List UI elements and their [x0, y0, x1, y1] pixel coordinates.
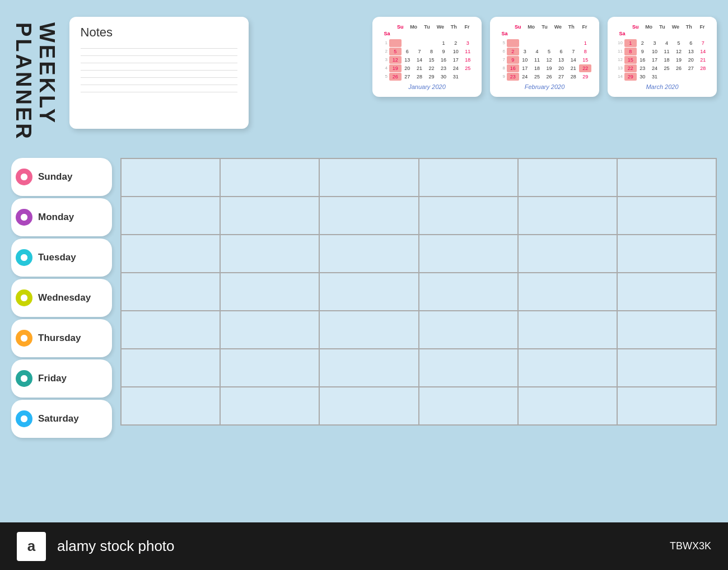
notes-line-1 [81, 48, 237, 49]
grid-cell[interactable] [617, 349, 716, 387]
grid-cell[interactable] [319, 311, 418, 349]
cal-grid-jan: 1 1 2 3 2 5 6 7 8 9 10 11 3 [380, 39, 474, 81]
grid-cell[interactable] [518, 311, 617, 349]
grid-cell[interactable] [121, 349, 220, 387]
bottom-section: Sunday Monday Tuesday Wednesday [11, 158, 717, 438]
grid-cell[interactable] [220, 387, 319, 425]
grid-cell[interactable] [518, 273, 617, 311]
friday-icon [16, 370, 32, 387]
alamy-bar: a alamy stock photo TBWX3K [0, 522, 728, 570]
weekly-planner-title: WEEKLYPLANNER [11, 17, 58, 147]
grid-cell[interactable] [121, 387, 220, 425]
notes-card: Notes [69, 17, 249, 129]
cal-header-mar: Su Mo Tu We Th Fr Sa [615, 24, 709, 37]
grid-cell[interactable] [617, 197, 716, 235]
grid-cell[interactable] [319, 158, 418, 197]
notes-line-2 [81, 55, 237, 56]
grid-cell[interactable] [220, 235, 319, 273]
monday-icon [16, 209, 32, 226]
tuesday-text: Tuesday [38, 252, 76, 263]
grid-cell[interactable] [419, 387, 518, 425]
notes-line-6 [81, 85, 237, 85]
grid-cell[interactable] [419, 158, 518, 197]
wednesday-icon [16, 289, 32, 306]
grid-cell[interactable] [319, 387, 418, 425]
grid-cell[interactable] [617, 235, 716, 273]
main-content: WEEKLYPLANNER Notes Su Mo [11, 17, 717, 514]
grid-cell[interactable] [220, 197, 319, 235]
cal-grid-feb: 5 1 6 2 3 4 5 6 7 8 7 [498, 39, 591, 81]
grid-cell[interactable] [518, 158, 617, 197]
day-label-friday[interactable]: Friday [11, 359, 112, 398]
grid-cell[interactable] [419, 311, 518, 349]
grid-cell[interactable] [220, 158, 319, 197]
grid-cell[interactable] [419, 273, 518, 311]
calendar-january: Su Mo Tu We Th Fr Sa 1 1 2 3 [372, 17, 482, 97]
grid-cell[interactable] [121, 273, 220, 311]
notes-line-3 [81, 63, 237, 63]
grid-cell[interactable] [121, 197, 220, 235]
day-label-tuesday[interactable]: Tuesday [11, 239, 112, 277]
grid-cell[interactable] [419, 235, 518, 273]
grid-cell[interactable] [518, 197, 617, 235]
header-row: WEEKLYPLANNER Notes Su Mo [11, 17, 717, 147]
cal-month-jan: January 2020 [380, 83, 474, 90]
notes-line-7 [81, 92, 237, 92]
grid-cell[interactable] [319, 273, 418, 311]
calendar-march: Su Mo Tu We Th Fr Sa 10 1 2 3 4 5 6 7 [608, 17, 717, 97]
wednesday-text: Wednesday [38, 292, 91, 303]
tuesday-icon [16, 249, 32, 266]
cal-month-feb: February 2020 [498, 83, 591, 90]
day-label-sunday[interactable]: Sunday [11, 158, 112, 196]
notes-title: Notes [81, 25, 237, 40]
saturday-icon [16, 410, 32, 427]
grid-cell[interactable] [220, 311, 319, 349]
grid-cell[interactable] [617, 311, 716, 349]
day-label-monday[interactable]: Monday [11, 198, 112, 236]
calendar-february: Su Mo Tu We Th Fr Sa 5 1 [490, 17, 599, 97]
grid-cell[interactable] [518, 387, 617, 425]
grid-cell[interactable] [319, 235, 418, 273]
grid-cell[interactable] [220, 273, 319, 311]
grid-cell[interactable] [419, 197, 518, 235]
cal-header-feb: Su Mo Tu We Th Fr Sa [498, 24, 591, 37]
weekly-grid-container [120, 158, 717, 426]
day-label-wednesday[interactable]: Wednesday [11, 279, 112, 317]
notes-line-4 [81, 70, 237, 71]
weekly-grid [121, 158, 716, 425]
calendar-cards: Su Mo Tu We Th Fr Sa 1 1 2 3 [260, 17, 717, 97]
alamy-text: alamy stock photo [57, 538, 175, 555]
cal-header-jan: Su Mo Tu We Th Fr Sa [380, 24, 474, 37]
grid-cell[interactable] [319, 349, 418, 387]
alamy-code: TBWX3K [670, 540, 711, 552]
alamy-logo: a [17, 532, 46, 561]
grid-cell[interactable] [319, 197, 418, 235]
day-label-thursday[interactable]: Thursday [11, 319, 112, 357]
monday-text: Monday [38, 212, 74, 223]
days-column: Sunday Monday Tuesday Wednesday [11, 158, 112, 438]
cal-month-mar: March 2020 [615, 83, 709, 90]
day-label-saturday[interactable]: Saturday [11, 400, 112, 438]
thursday-text: Thursday [38, 333, 81, 344]
grid-cell[interactable] [518, 349, 617, 387]
grid-cell[interactable] [419, 349, 518, 387]
grid-cell[interactable] [617, 158, 716, 197]
sunday-icon [16, 169, 32, 185]
notes-line-5 [81, 77, 237, 78]
cal-grid-mar: 10 1 2 3 4 5 6 7 11 8 9 10 11 12 13 14 [615, 39, 709, 81]
sunday-text: Sunday [38, 171, 72, 183]
notes-lines [81, 48, 237, 92]
grid-cell[interactable] [121, 158, 220, 197]
grid-cell[interactable] [518, 235, 617, 273]
grid-cell[interactable] [220, 349, 319, 387]
grid-cell[interactable] [121, 235, 220, 273]
grid-cell[interactable] [617, 273, 716, 311]
thursday-icon [16, 330, 32, 347]
saturday-text: Saturday [38, 413, 79, 424]
grid-cell[interactable] [121, 311, 220, 349]
friday-text: Friday [38, 373, 67, 384]
grid-cell[interactable] [617, 387, 716, 425]
